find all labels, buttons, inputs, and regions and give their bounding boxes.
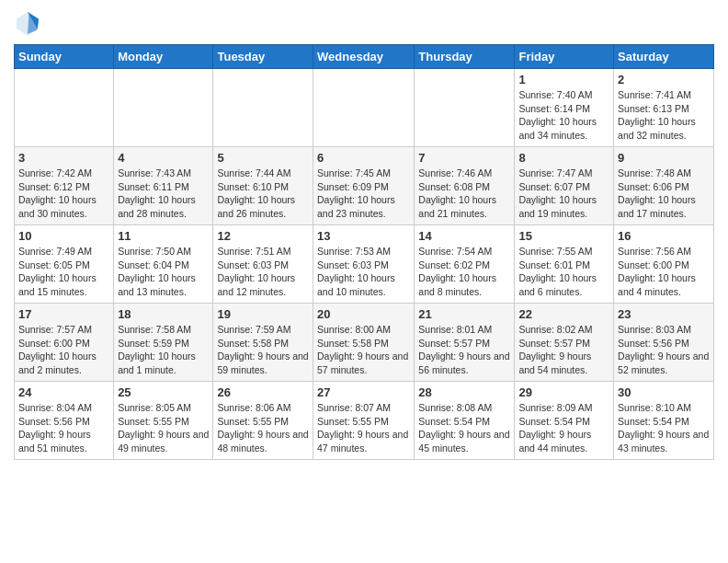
header xyxy=(14,9,714,37)
day-number: 15 xyxy=(518,229,609,243)
day-info: Sunrise: 7:49 AM Sunset: 6:05 PM Dayligh… xyxy=(18,245,109,299)
day-number: 30 xyxy=(618,385,710,399)
week-row-5: 24Sunrise: 8:04 AM Sunset: 5:56 PM Dayli… xyxy=(15,382,714,460)
day-number: 28 xyxy=(418,385,510,399)
day-cell: 30Sunrise: 8:10 AM Sunset: 5:54 PM Dayli… xyxy=(614,382,714,460)
day-info: Sunrise: 7:58 AM Sunset: 5:59 PM Dayligh… xyxy=(118,323,209,377)
day-number: 26 xyxy=(217,385,309,399)
day-number: 8 xyxy=(518,151,609,165)
day-number: 10 xyxy=(18,229,109,243)
day-cell: 25Sunrise: 8:05 AM Sunset: 5:55 PM Dayli… xyxy=(114,382,213,460)
day-number: 2 xyxy=(618,73,710,86)
day-cell xyxy=(15,69,114,147)
week-row-4: 17Sunrise: 7:57 AM Sunset: 6:00 PM Dayli… xyxy=(15,304,714,382)
day-cell: 6Sunrise: 7:45 AM Sunset: 6:09 PM Daylig… xyxy=(313,147,415,225)
weekday-header-saturday: Saturday xyxy=(614,45,714,69)
day-number: 7 xyxy=(418,151,510,165)
day-number: 3 xyxy=(18,151,109,165)
day-cell: 12Sunrise: 7:51 AM Sunset: 6:03 PM Dayli… xyxy=(213,225,313,304)
day-number: 21 xyxy=(418,307,510,321)
day-number: 13 xyxy=(317,229,410,243)
day-cell: 3Sunrise: 7:42 AM Sunset: 6:12 PM Daylig… xyxy=(15,147,114,225)
day-cell: 15Sunrise: 7:55 AM Sunset: 6:01 PM Dayli… xyxy=(515,225,614,304)
day-number: 9 xyxy=(618,151,710,165)
day-cell: 8Sunrise: 7:47 AM Sunset: 6:07 PM Daylig… xyxy=(515,147,614,225)
day-number: 14 xyxy=(418,229,510,243)
day-info: Sunrise: 7:54 AM Sunset: 6:02 PM Dayligh… xyxy=(418,245,510,299)
day-number: 6 xyxy=(317,151,410,165)
weekday-header-thursday: Thursday xyxy=(415,45,515,69)
day-info: Sunrise: 8:09 AM Sunset: 5:54 PM Dayligh… xyxy=(518,401,609,455)
day-info: Sunrise: 8:00 AM Sunset: 5:58 PM Dayligh… xyxy=(317,323,410,377)
week-row-3: 10Sunrise: 7:49 AM Sunset: 6:05 PM Dayli… xyxy=(15,225,714,304)
day-info: Sunrise: 7:43 AM Sunset: 6:11 PM Dayligh… xyxy=(118,167,209,221)
day-cell: 21Sunrise: 8:01 AM Sunset: 5:57 PM Dayli… xyxy=(415,304,515,382)
day-info: Sunrise: 7:47 AM Sunset: 6:07 PM Dayligh… xyxy=(518,167,609,221)
day-number: 23 xyxy=(618,307,710,321)
day-cell: 10Sunrise: 7:49 AM Sunset: 6:05 PM Dayli… xyxy=(15,225,114,304)
day-number: 22 xyxy=(518,307,609,321)
day-info: Sunrise: 7:50 AM Sunset: 6:04 PM Dayligh… xyxy=(118,245,209,299)
weekday-header-friday: Friday xyxy=(515,45,614,69)
day-info: Sunrise: 8:10 AM Sunset: 5:54 PM Dayligh… xyxy=(618,401,710,455)
day-info: Sunrise: 7:46 AM Sunset: 6:08 PM Dayligh… xyxy=(418,167,510,221)
day-cell: 23Sunrise: 8:03 AM Sunset: 5:56 PM Dayli… xyxy=(614,304,714,382)
day-cell: 1Sunrise: 7:40 AM Sunset: 6:14 PM Daylig… xyxy=(515,69,614,147)
day-cell: 19Sunrise: 7:59 AM Sunset: 5:58 PM Dayli… xyxy=(213,304,313,382)
day-info: Sunrise: 8:01 AM Sunset: 5:57 PM Dayligh… xyxy=(418,323,510,377)
day-cell: 4Sunrise: 7:43 AM Sunset: 6:11 PM Daylig… xyxy=(114,147,213,225)
day-info: Sunrise: 8:02 AM Sunset: 5:57 PM Dayligh… xyxy=(518,323,609,377)
week-row-2: 3Sunrise: 7:42 AM Sunset: 6:12 PM Daylig… xyxy=(15,147,714,225)
day-number: 5 xyxy=(217,151,309,165)
calendar: SundayMondayTuesdayWednesdayThursdayFrid… xyxy=(14,44,714,460)
day-info: Sunrise: 7:44 AM Sunset: 6:10 PM Dayligh… xyxy=(217,167,309,221)
day-cell: 22Sunrise: 8:02 AM Sunset: 5:57 PM Dayli… xyxy=(515,304,614,382)
day-info: Sunrise: 7:57 AM Sunset: 6:00 PM Dayligh… xyxy=(18,323,109,377)
day-number: 24 xyxy=(18,385,109,399)
day-info: Sunrise: 7:56 AM Sunset: 6:00 PM Dayligh… xyxy=(618,245,710,299)
day-cell: 5Sunrise: 7:44 AM Sunset: 6:10 PM Daylig… xyxy=(213,147,313,225)
day-number: 4 xyxy=(118,151,209,165)
day-cell: 27Sunrise: 8:07 AM Sunset: 5:55 PM Dayli… xyxy=(313,382,415,460)
day-cell: 14Sunrise: 7:54 AM Sunset: 6:02 PM Dayli… xyxy=(415,225,515,304)
day-info: Sunrise: 8:07 AM Sunset: 5:55 PM Dayligh… xyxy=(317,401,410,455)
day-info: Sunrise: 7:40 AM Sunset: 6:14 PM Dayligh… xyxy=(518,88,609,143)
day-info: Sunrise: 8:05 AM Sunset: 5:55 PM Dayligh… xyxy=(118,401,209,455)
day-info: Sunrise: 7:51 AM Sunset: 6:03 PM Dayligh… xyxy=(217,245,309,299)
weekday-header-row: SundayMondayTuesdayWednesdayThursdayFrid… xyxy=(15,45,714,69)
day-cell: 18Sunrise: 7:58 AM Sunset: 5:59 PM Dayli… xyxy=(114,304,213,382)
day-cell xyxy=(313,69,415,147)
day-info: Sunrise: 8:03 AM Sunset: 5:56 PM Dayligh… xyxy=(618,323,710,377)
day-cell: 24Sunrise: 8:04 AM Sunset: 5:56 PM Dayli… xyxy=(15,382,114,460)
day-cell: 28Sunrise: 8:08 AM Sunset: 5:54 PM Dayli… xyxy=(415,382,515,460)
day-number: 16 xyxy=(618,229,710,243)
day-cell xyxy=(213,69,313,147)
day-number: 18 xyxy=(118,307,209,321)
day-number: 27 xyxy=(317,385,410,399)
weekday-header-sunday: Sunday xyxy=(15,45,114,69)
day-info: Sunrise: 7:59 AM Sunset: 5:58 PM Dayligh… xyxy=(217,323,309,377)
day-cell: 13Sunrise: 7:53 AM Sunset: 6:03 PM Dayli… xyxy=(313,225,415,304)
day-info: Sunrise: 7:53 AM Sunset: 6:03 PM Dayligh… xyxy=(317,245,410,299)
day-info: Sunrise: 7:55 AM Sunset: 6:01 PM Dayligh… xyxy=(518,245,609,299)
day-cell: 26Sunrise: 8:06 AM Sunset: 5:55 PM Dayli… xyxy=(213,382,313,460)
day-number: 17 xyxy=(18,307,109,321)
weekday-header-monday: Monday xyxy=(114,45,213,69)
day-cell: 17Sunrise: 7:57 AM Sunset: 6:00 PM Dayli… xyxy=(15,304,114,382)
day-number: 25 xyxy=(118,385,209,399)
day-cell xyxy=(415,69,515,147)
day-cell: 20Sunrise: 8:00 AM Sunset: 5:58 PM Dayli… xyxy=(313,304,415,382)
day-number: 12 xyxy=(217,229,309,243)
day-number: 1 xyxy=(518,73,609,86)
day-cell xyxy=(114,69,213,147)
weekday-header-tuesday: Tuesday xyxy=(213,45,313,69)
logo xyxy=(14,9,45,37)
day-cell: 2Sunrise: 7:41 AM Sunset: 6:13 PM Daylig… xyxy=(614,69,714,147)
day-info: Sunrise: 7:41 AM Sunset: 6:13 PM Dayligh… xyxy=(618,88,710,143)
day-cell: 7Sunrise: 7:46 AM Sunset: 6:08 PM Daylig… xyxy=(415,147,515,225)
day-number: 11 xyxy=(118,229,209,243)
day-cell: 11Sunrise: 7:50 AM Sunset: 6:04 PM Dayli… xyxy=(114,225,213,304)
logo-icon xyxy=(14,9,41,37)
day-info: Sunrise: 8:08 AM Sunset: 5:54 PM Dayligh… xyxy=(418,401,510,455)
weekday-header-wednesday: Wednesday xyxy=(313,45,415,69)
